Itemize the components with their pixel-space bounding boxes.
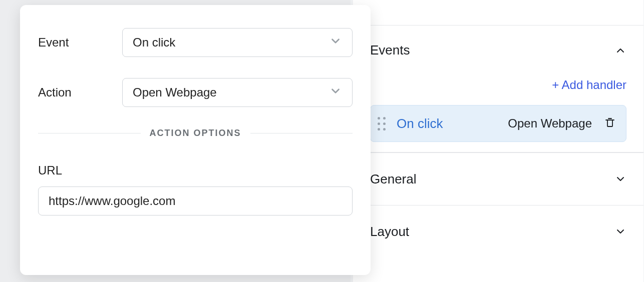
layout-title: Layout (370, 224, 409, 240)
action-select[interactable]: Open Webpage (122, 78, 353, 107)
divider-line (250, 133, 353, 134)
trash-icon[interactable] (604, 116, 616, 132)
action-row: Action Open Webpage (38, 78, 353, 107)
chevron-down-icon (614, 173, 626, 185)
chevron-down-icon (614, 226, 626, 238)
event-row: Event On click (38, 28, 353, 57)
event-editor-popover: Event On click Action Open Webpage ACTIO… (20, 5, 371, 275)
url-label: URL (38, 164, 353, 178)
svg-rect-1 (607, 120, 612, 126)
action-label: Action (38, 86, 122, 100)
drag-handle-icon[interactable] (378, 117, 386, 130)
action-select-value: Open Webpage (133, 86, 217, 100)
inspector-panel: Events + Add handler On click Open Webpa… (353, 0, 643, 282)
event-select-value: On click (133, 36, 175, 50)
divider-line (38, 133, 141, 134)
events-title: Events (370, 42, 410, 58)
event-label: Event (38, 36, 122, 50)
event-select[interactable]: On click (122, 28, 353, 57)
add-handler-link[interactable]: + Add handler (370, 78, 626, 92)
general-title: General (370, 172, 417, 187)
chevron-down-icon (329, 84, 342, 100)
chevron-down-icon (329, 34, 342, 50)
handler-item[interactable]: On click Open Webpage (370, 105, 626, 142)
url-input[interactable] (38, 186, 353, 216)
add-handler-label: + Add handler (552, 78, 626, 92)
section-general-header[interactable]: General (353, 152, 643, 205)
events-header[interactable]: Events (370, 26, 626, 58)
section-events: Events + Add handler On click Open Webpa… (353, 25, 643, 152)
divider-text: ACTION OPTIONS (141, 128, 250, 138)
events-section-body: Events + Add handler On click Open Webpa… (353, 26, 643, 152)
chevron-up-icon (614, 44, 626, 56)
section-layout-header[interactable]: Layout (353, 205, 643, 258)
handler-action-name: Open Webpage (508, 116, 592, 130)
action-options-divider: ACTION OPTIONS (38, 128, 353, 138)
handler-event-name: On click (397, 116, 443, 132)
